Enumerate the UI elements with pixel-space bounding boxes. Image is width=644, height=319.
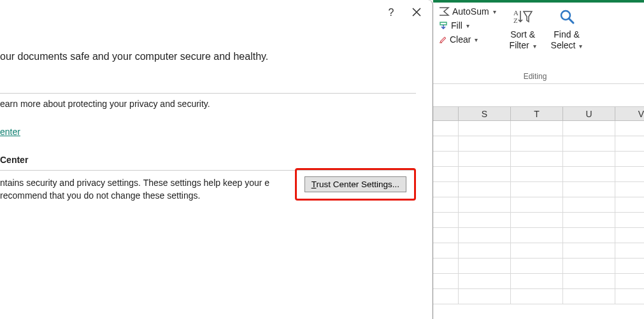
autosum-label: AutoSum	[452, 6, 489, 17]
fill-stack: AutoSum ▾ Fill ▾ Clear ▾	[436, 5, 499, 46]
settings-description: ntains security and privacy settings. Th…	[0, 177, 283, 202]
close-icon[interactable]	[410, 8, 424, 18]
intro-text: our documents safe and your computer sec…	[0, 51, 416, 62]
sort-filter-label-2: Filter ▾	[510, 40, 536, 51]
clear-button[interactable]: Clear ▾	[436, 33, 499, 46]
col-header-blank[interactable]	[433, 107, 459, 120]
clear-label: Clear	[450, 34, 471, 45]
ribbon-group-label: Editing	[446, 72, 624, 81]
sort-filter-button[interactable]: A Z Sort & Filter ▾	[504, 5, 542, 51]
divider	[0, 93, 416, 94]
fill-label: Fill	[451, 20, 462, 31]
worksheet: S T U V	[433, 84, 644, 319]
column-headers: S T U V	[433, 107, 644, 121]
chevron-down-icon: ▾	[466, 22, 469, 29]
col-header-t[interactable]: T	[511, 107, 563, 120]
col-header-u[interactable]: U	[563, 107, 615, 120]
table-row	[433, 289, 644, 304]
chevron-down-icon: ▾	[475, 36, 478, 43]
svg-text:A: A	[513, 9, 519, 17]
chevron-down-icon: ▾	[579, 43, 582, 50]
privacy-paragraph: earn more about protecting your privacy …	[0, 99, 416, 109]
table-row	[433, 243, 644, 259]
ribbon-editing-group: AutoSum ▾ Fill ▾ Clear ▾ A Z	[433, 0, 644, 84]
fill-button[interactable]: Fill ▾	[436, 19, 499, 32]
col-header-s[interactable]: S	[459, 107, 511, 120]
table-row	[433, 121, 644, 136]
table-row	[433, 228, 644, 243]
find-icon	[557, 6, 576, 28]
chevron-down-icon: ▾	[493, 8, 496, 15]
settings-row: ntains security and privacy settings. Th…	[0, 177, 416, 202]
table-row	[433, 259, 644, 274]
trust-center-link[interactable]: enter	[0, 127, 20, 137]
find-select-label-1: Find &	[554, 29, 579, 40]
section-heading: Center	[0, 155, 416, 165]
help-icon[interactable]: ?	[384, 7, 398, 18]
grid-body[interactable]	[433, 121, 644, 304]
find-select-button[interactable]: Find & Select ▾	[547, 5, 587, 51]
table-row	[433, 182, 644, 197]
formula-bar[interactable]	[433, 84, 644, 107]
col-header-v[interactable]: V	[615, 107, 644, 120]
dialog-body: our documents safe and your computer sec…	[0, 51, 433, 202]
svg-text:Z: Z	[513, 17, 518, 24]
table-row	[433, 152, 644, 167]
table-row	[433, 197, 644, 213]
table-row	[433, 136, 644, 152]
autosum-button[interactable]: AutoSum ▾	[436, 5, 499, 18]
sort-filter-icon: A Z	[513, 6, 533, 28]
table-row	[433, 274, 644, 289]
sort-filter-label-1: Sort &	[510, 29, 535, 40]
chevron-down-icon: ▾	[533, 43, 536, 50]
trust-center-dialog: ? our documents safe and your computer s…	[0, 0, 433, 319]
table-row	[433, 167, 644, 182]
dialog-titlebar: ?	[0, 0, 433, 25]
table-row	[433, 213, 644, 228]
find-select-label-2: Select ▾	[551, 40, 583, 51]
trust-center-settings-button[interactable]: Trust Center Settings...	[304, 176, 406, 192]
highlight-box: Trust Center Settings...	[295, 168, 416, 201]
